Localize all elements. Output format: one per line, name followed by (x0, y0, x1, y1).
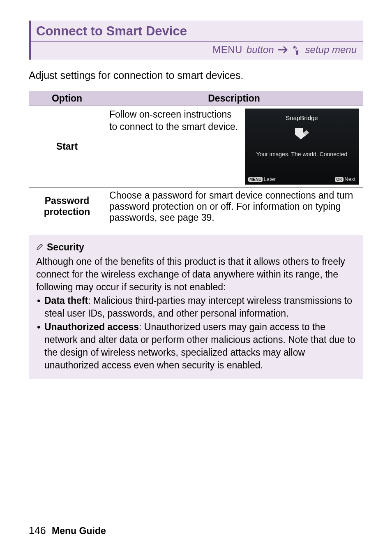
col-description: Description (105, 91, 363, 106)
snapbridge-logo-icon (293, 125, 311, 143)
breadcrumb: MENU button setup menu (31, 42, 363, 60)
doc-title: Menu Guide (52, 525, 106, 536)
table-row: Password protection Choose a password fo… (29, 187, 363, 226)
next-text: Next (344, 176, 355, 182)
option-password-text: Choose a password for smart device conne… (105, 187, 363, 226)
option-start-desc-cell: Follow on-screen instructions to connect… (105, 106, 363, 187)
password-label-line1: Password (45, 195, 90, 206)
security-note: Security Although one of the benefits of… (29, 235, 363, 379)
list-item: Data theft: Malicious third-parties may … (36, 294, 356, 320)
bullet2-label: Unauthorized access (44, 322, 139, 332)
snapbridge-next: OKNext (335, 176, 355, 182)
menu-pill-icon: MENU (248, 177, 263, 182)
menu-button-label: MENU (212, 44, 242, 56)
pencil-icon (36, 241, 44, 254)
table-header-row: Option Description (29, 91, 363, 106)
security-intro: Although one of the benefits of this pro… (36, 255, 356, 294)
col-option: Option (29, 91, 105, 106)
arrow-right-icon (278, 46, 289, 53)
option-password-label: Password protection (29, 187, 105, 226)
bullet1-text: : Malicious third-parties may intercept … (44, 295, 352, 319)
options-table: Option Description Start Follow on-scree… (29, 91, 363, 226)
option-start-text: Follow on-screen instructions to connect… (109, 109, 241, 133)
section-title: Connect to Smart Device (31, 21, 363, 42)
bullet1-label: Data theft (44, 295, 88, 306)
password-label-line2: protection (44, 206, 90, 217)
page-number: 146 (29, 525, 46, 536)
breadcrumb-button-word: button (247, 44, 274, 56)
snapbridge-later: MENULater (248, 176, 276, 182)
snapbridge-caption: Your images. The world. Connected (245, 151, 359, 157)
option-start-label: Start (29, 106, 105, 187)
later-text: Later (263, 176, 276, 182)
ok-pill-icon: OK (335, 177, 344, 182)
table-row: Start Follow on-screen instructions to c… (29, 106, 363, 187)
page-footer: 146 Menu Guide (29, 525, 106, 537)
wrench-icon (293, 45, 301, 55)
security-heading: Security (36, 241, 356, 254)
list-item: Unauthorized access: Unauthorized users … (36, 321, 356, 372)
security-heading-text: Security (47, 241, 84, 254)
snapbridge-screenshot: SnapBridge Your images. The world. Conne… (245, 109, 359, 185)
intro-text: Adjust settings for connection to smart … (29, 69, 363, 83)
section-header: Connect to Smart Device MENU button setu… (29, 21, 363, 60)
security-bullets: Data theft: Malicious third-parties may … (36, 294, 356, 372)
breadcrumb-setup-menu: setup menu (305, 44, 357, 56)
snapbridge-title: SnapBridge (245, 109, 359, 121)
